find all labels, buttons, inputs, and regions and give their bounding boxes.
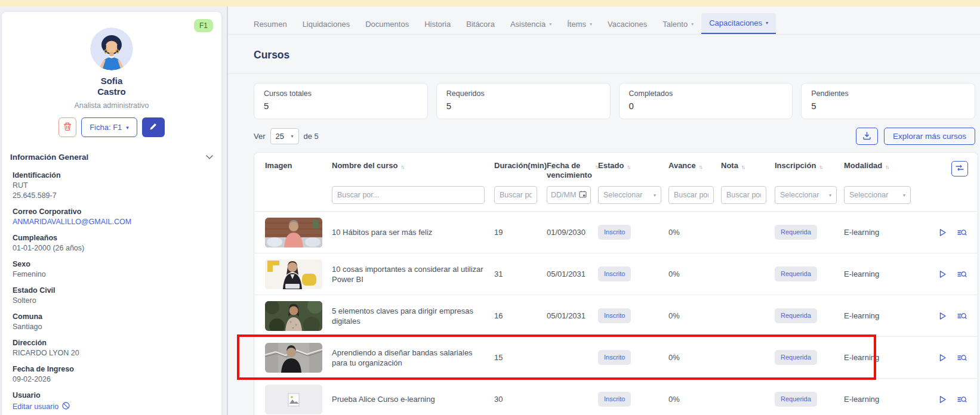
- sort-icon: ↑↓: [699, 162, 702, 172]
- col-avance[interactable]: Avance↑↓: [668, 161, 721, 180]
- chevron-down-icon: ▾: [691, 21, 694, 27]
- status-badge: Inscrito: [598, 308, 631, 323]
- col-estado[interactable]: Estado↑↓: [598, 161, 668, 180]
- filter-nota-input[interactable]: [721, 186, 766, 204]
- sort-icon: ↑↓: [885, 162, 888, 172]
- pencil-icon: [149, 122, 158, 132]
- chevron-down-icon: ▾: [291, 134, 294, 139]
- ficha-dropdown-button[interactable]: Ficha: F1 ▾: [81, 117, 137, 137]
- status-badge: Inscrito: [598, 350, 631, 365]
- delete-employee-button[interactable]: [58, 117, 76, 137]
- sort-icon: ↑↓: [819, 162, 822, 172]
- tab-documentos[interactable]: Documentos: [358, 14, 417, 34]
- course-thumbnail: [265, 343, 322, 373]
- page-size-select[interactable]: 25 ▾: [270, 128, 299, 144]
- play-course-icon[interactable]: [939, 395, 947, 404]
- table-row-highlighted: Aprendiendo a diseñar bandas salariales …: [254, 336, 978, 378]
- tab-resumen[interactable]: Resumen: [246, 14, 295, 34]
- top-banner: [0, 0, 980, 7]
- status-badge: Inscrito: [598, 392, 631, 407]
- page-title: Cursos: [254, 49, 980, 61]
- download-button[interactable]: [856, 128, 878, 145]
- col-fecha[interactable]: Fecha de vencimiento↑↓: [547, 161, 598, 180]
- course-duration: 30: [494, 394, 547, 404]
- editar-usuario-link[interactable]: Editar usuario: [13, 402, 211, 411]
- course-details-icon[interactable]: [957, 312, 967, 320]
- ficha-badge: F1: [194, 19, 213, 32]
- stat-requeridos: Requeridos 5: [436, 83, 611, 119]
- course-details-icon[interactable]: [957, 228, 967, 237]
- course-details-icon[interactable]: [957, 354, 967, 362]
- main-content: Resumen Liquidaciones Documentos Histori…: [228, 7, 980, 415]
- course-duration: 19: [494, 227, 547, 237]
- col-modalidad[interactable]: Modalidad↑↓: [844, 161, 917, 180]
- course-progress: 0%: [668, 227, 721, 237]
- col-inscripcion[interactable]: Inscripción↑↓: [775, 161, 844, 180]
- table-row: 10 Hábitos para ser más feliz 19 01/09/2…: [254, 211, 978, 253]
- play-course-icon[interactable]: [939, 228, 947, 237]
- sort-icon: ↑↓: [401, 162, 404, 172]
- employee-name: Sofia Castro: [13, 76, 211, 97]
- filter-avance-input[interactable]: [668, 186, 714, 204]
- edit-profile-button[interactable]: [142, 117, 165, 137]
- status-badge: Inscrito: [598, 267, 631, 281]
- info-general-header[interactable]: Información General: [10, 151, 213, 162]
- enrollment-badge: Requerida: [775, 225, 817, 240]
- explorar-mas-cursos-button[interactable]: Explorar más cursos: [884, 128, 975, 145]
- stat-cursos-totales: Cursos totales 5: [254, 83, 428, 119]
- course-thumbnail: [265, 218, 322, 247]
- tab-historia[interactable]: Historia: [417, 14, 458, 34]
- course-modality: E-learning: [844, 394, 917, 404]
- course-due-date: 05/01/2031: [547, 269, 598, 279]
- enrollment-badge: Requerida: [775, 350, 817, 365]
- course-due-date: 05/01/2031: [547, 311, 598, 321]
- course-duration: 16: [494, 311, 547, 321]
- page: F1: [0, 0, 980, 415]
- course-details-icon[interactable]: [957, 395, 967, 404]
- tab-items[interactable]: Ítems▾: [559, 14, 600, 34]
- column-settings-button[interactable]: [951, 161, 968, 176]
- tab-bitacora[interactable]: Bitácora: [458, 14, 503, 34]
- filter-estado-select[interactable]: Seleccionar ▾: [598, 186, 661, 204]
- courses-table: Imagen Nombre del curso↑↓ Duración(min)↑…: [254, 152, 978, 415]
- tab-liquidaciones[interactable]: Liquidaciones: [295, 14, 358, 34]
- profile-card: F1: [2, 12, 221, 415]
- play-course-icon[interactable]: [939, 270, 947, 278]
- field-comuna: Comuna Santiago: [13, 312, 211, 332]
- course-name: Aprendiendo a diseñar bandas salariales …: [332, 348, 494, 368]
- play-course-icon[interactable]: [939, 354, 947, 362]
- total-label: de 5: [304, 132, 319, 141]
- filter-nombre-input[interactable]: [332, 186, 485, 204]
- tab-talento[interactable]: Talento▾: [655, 14, 701, 34]
- email-link[interactable]: ANMARIDAVALILLO@GMAIL.COM: [13, 218, 211, 227]
- table-row: 10 cosas importantes a considerar al uti…: [254, 253, 978, 295]
- prohibited-icon: [62, 402, 70, 411]
- trash-icon: [63, 122, 72, 133]
- chevron-down-icon: ▾: [590, 21, 592, 27]
- tab-asistencia[interactable]: Asistencia▾: [503, 14, 559, 34]
- chevron-down-icon: [206, 151, 213, 162]
- filter-fecha-input[interactable]: DD/MM: [547, 186, 591, 204]
- filter-inscripcion-select[interactable]: Seleccionar ▾: [775, 186, 837, 204]
- filter-modalidad-select[interactable]: Seleccionar ▾: [844, 186, 911, 204]
- status-badge: Inscrito: [598, 225, 631, 240]
- col-duracion[interactable]: Duración(min)↑↓: [494, 161, 547, 180]
- enrollment-badge: Requerida: [775, 267, 817, 281]
- course-thumbnail-placeholder: [265, 385, 322, 414]
- enrollment-badge: Requerida: [775, 392, 817, 407]
- col-nombre[interactable]: Nombre del curso↑↓: [332, 161, 494, 180]
- play-course-icon[interactable]: [939, 312, 947, 320]
- tab-vacaciones[interactable]: Vacaciones: [600, 14, 655, 34]
- field-correo: Correo Corporativo ANMARIDAVALILLO@GMAIL…: [13, 207, 211, 227]
- filter-duracion-input[interactable]: [494, 186, 537, 204]
- col-nota[interactable]: Nota↑↓: [721, 161, 775, 180]
- course-details-icon[interactable]: [957, 270, 967, 278]
- tab-capacitaciones[interactable]: Capacitaciones▾: [701, 13, 776, 34]
- course-due-date: 01/09/2030: [547, 227, 598, 237]
- course-modality: E-learning: [844, 269, 917, 279]
- course-modality: E-learning: [844, 227, 917, 237]
- field-fecha-ingreso: Fecha de Ingreso 09-02-2026: [13, 364, 211, 384]
- enrollment-badge: Requerida: [775, 308, 817, 323]
- chevron-down-icon: ▾: [549, 21, 551, 27]
- course-progress: 0%: [668, 352, 721, 363]
